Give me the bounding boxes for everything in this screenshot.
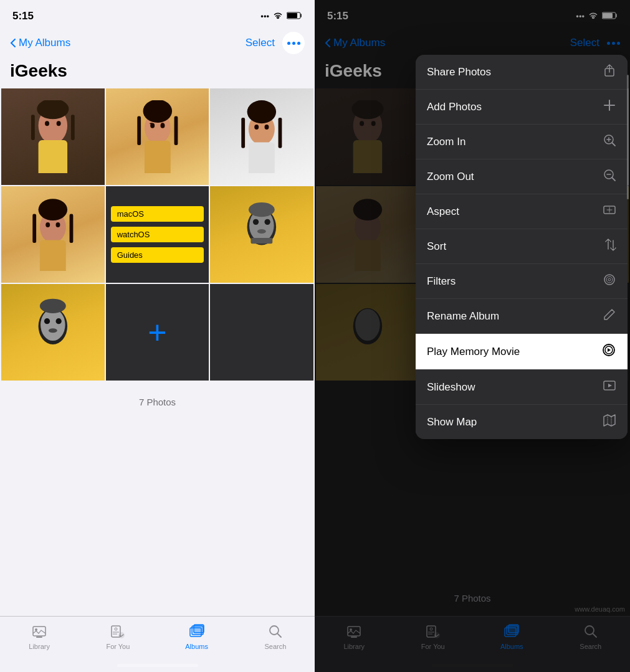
svg-point-89 bbox=[606, 277, 613, 283]
filters-icon bbox=[603, 273, 616, 290]
for-you-icon bbox=[109, 623, 126, 640]
left-tab-search[interactable]: Search bbox=[236, 623, 315, 650]
svg-point-35 bbox=[253, 219, 259, 225]
left-status-time: 5:15 bbox=[12, 10, 34, 22]
svg-rect-38 bbox=[251, 238, 273, 244]
woman-face-1 bbox=[19, 100, 87, 173]
rename-album-label: Rename Album bbox=[427, 310, 499, 323]
svg-rect-1 bbox=[287, 13, 297, 18]
photo-cell-add[interactable]: + bbox=[106, 284, 209, 381]
left-nav-actions: Select bbox=[246, 32, 305, 54]
svg-rect-14 bbox=[137, 116, 141, 146]
svg-point-21 bbox=[247, 100, 277, 123]
left-back-label: My Albums bbox=[19, 37, 70, 49]
svg-line-56 bbox=[277, 633, 281, 637]
left-phone-panel: 5:15 ••• My Albums Select bbox=[0, 0, 315, 672]
add-photo-icon: + bbox=[148, 314, 166, 351]
left-tab-library[interactable]: Library bbox=[0, 623, 79, 650]
left-tab-albums[interactable]: Albums bbox=[158, 623, 236, 650]
woman-face-2 bbox=[124, 100, 191, 173]
battery-icon bbox=[287, 12, 302, 21]
photo-cell-steve2[interactable] bbox=[1, 284, 105, 381]
signal-icon: ••• bbox=[260, 12, 269, 21]
svg-rect-10 bbox=[145, 141, 171, 173]
filters-label: Filters bbox=[427, 275, 456, 288]
left-nav-bar: My Albums Select bbox=[0, 27, 315, 59]
dropdown-aspect[interactable]: Aspect bbox=[416, 194, 628, 229]
dot-2 bbox=[292, 42, 295, 45]
photo-cell-1[interactable] bbox=[1, 88, 105, 185]
svg-point-88 bbox=[604, 275, 614, 285]
slideshow-icon bbox=[603, 379, 616, 395]
play-memory-movie-label: Play Memory Movie bbox=[427, 346, 520, 358]
photo-cell-2[interactable] bbox=[106, 88, 209, 185]
rename-icon bbox=[603, 308, 616, 324]
wifi-icon bbox=[273, 12, 283, 21]
slideshow-label: Slideshow bbox=[427, 381, 475, 394]
zoom-out-icon bbox=[603, 168, 616, 185]
svg-point-11 bbox=[143, 100, 172, 123]
dropdown-show-map[interactable]: Show Map bbox=[416, 405, 628, 439]
left-tab-albums-label: Albums bbox=[185, 643, 208, 650]
tag-macos: macOS bbox=[111, 206, 204, 222]
svg-point-45 bbox=[40, 299, 66, 313]
left-select-button[interactable]: Select bbox=[246, 37, 275, 49]
svg-point-44 bbox=[49, 329, 57, 333]
svg-rect-7 bbox=[31, 115, 35, 141]
photo-cell-steve1[interactable] bbox=[210, 186, 313, 283]
svg-rect-31 bbox=[32, 214, 36, 244]
svg-rect-15 bbox=[174, 116, 178, 146]
left-album-title: iGeeks bbox=[0, 59, 315, 88]
left-tab-for-you[interactable]: For You bbox=[79, 623, 157, 650]
dropdown-rename-album[interactable]: Rename Album bbox=[416, 299, 628, 334]
left-more-button[interactable] bbox=[282, 32, 305, 54]
svg-point-41 bbox=[41, 309, 65, 341]
aspect-icon bbox=[603, 203, 616, 220]
more-dots bbox=[287, 42, 300, 45]
svg-point-28 bbox=[39, 199, 68, 221]
svg-point-23 bbox=[265, 125, 269, 130]
svg-rect-8 bbox=[71, 115, 75, 141]
aspect-label: Aspect bbox=[427, 206, 459, 218]
photo-cell-tags[interactable]: macOS watchOS Guides bbox=[106, 186, 209, 283]
woman-face-4 bbox=[19, 198, 87, 270]
sort-icon bbox=[603, 238, 616, 255]
dropdown-sort[interactable]: Sort bbox=[416, 229, 628, 264]
left-photos-count: 7 Photos bbox=[0, 382, 315, 422]
svg-rect-27 bbox=[40, 240, 66, 271]
dropdown-filters[interactable]: Filters bbox=[416, 264, 628, 299]
svg-line-85 bbox=[612, 177, 615, 181]
svg-rect-48 bbox=[36, 637, 42, 638]
svg-point-36 bbox=[265, 219, 270, 225]
svg-rect-54 bbox=[194, 625, 204, 633]
photo-cell-4[interactable] bbox=[1, 186, 105, 283]
right-phone-panel: 5:15 ••• My Albums Select iGeeks bbox=[315, 0, 630, 672]
dropdown-play-memory-movie[interactable]: Play Memory Movie bbox=[416, 334, 628, 370]
steve-face-1 bbox=[228, 198, 295, 270]
left-photo-grid-row2: macOS watchOS Guides bbox=[1, 186, 313, 283]
dropdown-zoom-in[interactable]: Zoom In bbox=[416, 125, 628, 159]
dropdown-slideshow[interactable]: Slideshow bbox=[416, 370, 628, 405]
svg-point-6 bbox=[57, 121, 61, 126]
svg-point-22 bbox=[255, 125, 259, 130]
dot-3 bbox=[297, 42, 300, 45]
svg-point-42 bbox=[44, 318, 50, 324]
dropdown-share-photos[interactable]: Share Photos bbox=[416, 55, 628, 90]
dropdown-zoom-out[interactable]: Zoom Out bbox=[416, 159, 628, 194]
svg-rect-20 bbox=[249, 143, 275, 173]
show-map-label: Show Map bbox=[427, 416, 477, 428]
left-home-indicator bbox=[117, 664, 198, 667]
search-icon bbox=[267, 623, 284, 640]
dropdown-add-photos[interactable]: Add Photos bbox=[416, 90, 628, 125]
svg-point-37 bbox=[257, 229, 266, 234]
svg-rect-25 bbox=[279, 118, 282, 148]
left-back-button[interactable]: My Albums bbox=[10, 37, 70, 49]
svg-line-81 bbox=[612, 143, 615, 146]
svg-point-30 bbox=[55, 222, 60, 227]
sort-label: Sort bbox=[427, 240, 446, 253]
library-icon bbox=[31, 623, 48, 640]
play-memory-icon bbox=[601, 343, 616, 361]
add-icon bbox=[603, 98, 616, 115]
albums-icon bbox=[188, 623, 206, 640]
photo-cell-3[interactable] bbox=[210, 88, 313, 185]
